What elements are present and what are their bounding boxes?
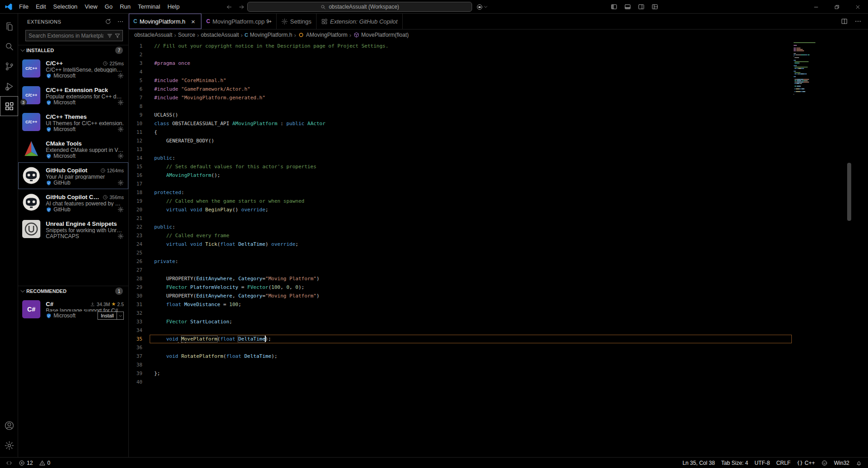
go-forward-icon[interactable] xyxy=(238,4,245,10)
code-line-23[interactable]: 23 // Called every frame xyxy=(129,231,868,240)
go-back-icon[interactable] xyxy=(226,4,233,10)
code-line-8[interactable]: 8 xyxy=(129,102,868,111)
menu-edit[interactable]: Edit xyxy=(32,0,49,14)
close-icon[interactable]: × xyxy=(190,18,197,25)
code-line-10[interactable]: 10class OBSTACLEASSUALT_API AMovingPlatf… xyxy=(129,119,868,128)
code-line-39[interactable]: 39}; xyxy=(129,369,868,378)
install-button[interactable]: Install xyxy=(98,312,124,320)
code-line-40[interactable]: 40 xyxy=(129,378,868,386)
tab-extension-github-copilot[interactable]: Extension: GitHub Copilot xyxy=(317,14,403,29)
activity-source-control[interactable] xyxy=(0,56,18,76)
menu-terminal[interactable]: Terminal xyxy=(134,0,164,14)
editor-more-icon[interactable] xyxy=(854,18,862,25)
status-error[interactable]: 12 xyxy=(15,458,36,468)
status-tab-size-4[interactable]: Tab Size: 4 xyxy=(718,458,751,468)
menu-help[interactable]: Help xyxy=(164,0,183,14)
code-line-25[interactable]: 25 xyxy=(129,249,868,257)
status-warning[interactable]: 0 xyxy=(36,458,54,468)
code-line-24[interactable]: 24 virtual void Tick(float DeltaTime) ov… xyxy=(129,240,868,249)
breadcrumb-amovingplatform[interactable]: AMovingPlatform xyxy=(298,32,347,38)
menu-go[interactable]: Go xyxy=(101,0,116,14)
extension-c-c[interactable]: C/C++C/C++225msC/C++ IntelliSense, debug… xyxy=(18,55,128,82)
code-line-35[interactable]: 35 void MovePlatform(float DeltaTime);··… xyxy=(129,335,868,343)
activity-run-debug[interactable] xyxy=(0,76,18,96)
layout-sidebar-icon[interactable] xyxy=(610,3,618,10)
code-line-4[interactable]: 4 xyxy=(129,68,868,76)
layout-secondary-icon[interactable] xyxy=(638,3,645,10)
extensions-search[interactable] xyxy=(25,30,123,41)
code-line-29[interactable]: 29 FVector PlatformVelocity = FVector(10… xyxy=(129,283,868,292)
layout-panel-icon[interactable] xyxy=(624,3,631,10)
gear-icon[interactable] xyxy=(117,180,124,186)
code-line-6[interactable]: 6#include "GameFramework/Actor.h" xyxy=(129,85,868,93)
close-window-button[interactable] xyxy=(847,0,868,14)
status-win32[interactable]: Win32 xyxy=(831,458,853,468)
restore-button[interactable] xyxy=(826,0,847,14)
code-line-19[interactable]: 19 // Called when the game starts or whe… xyxy=(129,197,868,205)
gear-icon[interactable] xyxy=(117,233,124,239)
tab-movingplatform-h[interactable]: CMovingPlatform.h× xyxy=(129,14,202,29)
code-line-38[interactable]: 38 xyxy=(129,361,868,369)
status-crlf[interactable]: CRLF xyxy=(773,458,794,468)
more-actions-icon[interactable] xyxy=(117,18,124,25)
status-remote[interactable] xyxy=(3,458,15,468)
extension-c[interactable]: C#C#34.3M★2.5Base language support for C… xyxy=(18,296,128,323)
extension-c-c-extension-pack[interactable]: C/C++3C/C++ Extension PackPopular extens… xyxy=(18,82,128,109)
activity-search[interactable] xyxy=(0,36,18,56)
status-braces[interactable]: {}C++ xyxy=(794,458,818,468)
code-line-9[interactable]: 9UCLASS() xyxy=(129,111,868,119)
code-line-5[interactable]: 5#include "CoreMinimal.h" xyxy=(129,76,868,85)
activity-account[interactable] xyxy=(0,415,18,435)
code-line-11[interactable]: 11{ xyxy=(129,128,868,136)
code-line-20[interactable]: 20 virtual void BeginPlay() override; xyxy=(129,205,868,214)
extension-github-copilot[interactable]: GitHub Copilot1264msYour AI pair program… xyxy=(18,162,128,189)
menu-run[interactable]: Run xyxy=(116,0,134,14)
status-bell[interactable] xyxy=(853,458,865,468)
gear-icon[interactable] xyxy=(117,126,124,132)
gear-icon[interactable] xyxy=(117,153,124,159)
code-line-17[interactable]: 17 xyxy=(129,180,868,188)
status-feedback[interactable] xyxy=(818,458,831,468)
split-editor-icon[interactable] xyxy=(841,18,848,25)
section-recommended[interactable]: RECOMMENDED1 xyxy=(18,286,128,296)
code-line-15[interactable]: 15 // Sets default values for this actor… xyxy=(129,162,868,171)
activity-extensions[interactable] xyxy=(0,96,18,116)
code-line-32[interactable]: 32 xyxy=(129,309,868,317)
gear-icon[interactable] xyxy=(117,99,124,106)
code-line-34[interactable]: 34 xyxy=(129,326,868,335)
code-line-37[interactable]: 37 void RotatePlatform(float DeltaTime); xyxy=(129,352,868,361)
extensions-search-input[interactable] xyxy=(27,33,105,39)
status-ln-35-col-38[interactable]: Ln 35, Col 38 xyxy=(679,458,718,468)
breadcrumb-movingplatform-h[interactable]: CMovingPlatform.h xyxy=(244,32,292,38)
code-line-3[interactable]: 3#pragma once xyxy=(129,59,868,68)
menu-file[interactable]: File xyxy=(15,0,32,14)
extension-github-copilot-chat[interactable]: GitHub Copilot Chat356msAI chat features… xyxy=(18,189,128,216)
code-line-22[interactable]: 22public: xyxy=(129,223,868,231)
code-line-30[interactable]: 30 UPROPERTY(EditAnywhere, Category="Mov… xyxy=(129,292,868,300)
code-line-14[interactable]: 14public: xyxy=(129,154,868,162)
breadcrumb-moveplatform-float[interactable]: MovePlatform(float) xyxy=(353,32,409,38)
breadcrumb-source[interactable]: Source xyxy=(178,32,195,38)
breadcrumb-obstacleassualt[interactable]: obstacleAssualt xyxy=(134,32,172,38)
code-line-21[interactable]: 21 xyxy=(129,214,868,223)
code-line-13[interactable]: 13 xyxy=(129,145,868,154)
code-line-33[interactable]: 33 FVector StartLocation; xyxy=(129,317,868,326)
extension-c-c-themes[interactable]: C/C++C/C++ ThemesUI Themes for C/C++ ext… xyxy=(18,109,128,136)
code-line-18[interactable]: 18protected: xyxy=(129,188,868,197)
extension-unreal-engine-4-snippets[interactable]: Unreal Engine 4 SnippetsSnippets for wor… xyxy=(18,216,128,243)
menu-selection[interactable]: Selection xyxy=(49,0,81,14)
code-line-2[interactable]: 2 xyxy=(129,50,868,59)
activity-settings[interactable] xyxy=(0,435,18,455)
layout-customize-icon[interactable] xyxy=(651,3,658,10)
code-line-26[interactable]: 26private: xyxy=(129,257,868,266)
minimap[interactable] xyxy=(794,42,818,97)
code-line-36[interactable]: 36 xyxy=(129,343,868,352)
section-installed[interactable]: INSTALLED7 xyxy=(18,45,128,55)
command-center[interactable]: obstacleAssualt (Workspace) xyxy=(247,2,472,12)
code-line-27[interactable]: 27 xyxy=(129,266,868,274)
tab-movingplatform-cpp[interactable]: CMovingPlatform.cpp9+ xyxy=(202,14,277,29)
refresh-icon[interactable] xyxy=(105,18,112,25)
code-line-12[interactable]: 12 GENERATED_BODY() xyxy=(129,136,868,145)
tab-settings[interactable]: Settings xyxy=(277,14,317,29)
menu-view[interactable]: View xyxy=(81,0,101,14)
